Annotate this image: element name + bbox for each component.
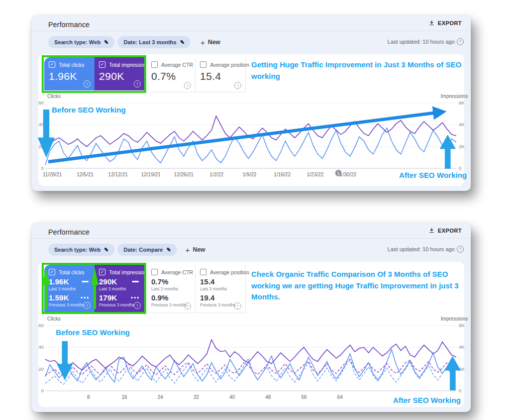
x-axis-label: 8	[87, 394, 90, 400]
chip-search-type[interactable]: Search type: Web ✎	[48, 36, 115, 48]
export-button[interactable]: EXPORT	[426, 19, 465, 27]
series-line	[45, 340, 456, 370]
plus-icon: +	[185, 246, 190, 254]
impressions-axis-label: Impressions	[441, 93, 468, 99]
page-title: Performance	[48, 21, 89, 29]
x-axis-label: 1/23/22	[307, 172, 324, 177]
export-button[interactable]: EXPORT	[426, 227, 465, 234]
period-label: Last 3 months	[200, 286, 241, 291]
metric-value: 19.4	[200, 293, 215, 302]
y-tick: 40	[34, 344, 44, 350]
x-axis-label: 12/5/21	[77, 172, 93, 177]
help-icon[interactable]	[234, 82, 241, 89]
after-seo-label: After SEO Working	[358, 396, 461, 404]
pencil-icon: ✎	[104, 39, 109, 46]
before-seo-label: Before SEO Working	[56, 328, 130, 337]
y-tick: 4K	[459, 122, 465, 127]
y-tick: 0	[459, 388, 461, 393]
y-tick: 40	[34, 122, 44, 127]
metric-label: Average CTR	[161, 62, 193, 68]
x-axis-label: 12/26/21	[174, 172, 193, 177]
checkbox-empty-icon[interactable]	[151, 269, 158, 275]
chip-label: Date: Last 3 months	[124, 39, 176, 45]
metric-value: 0.7%	[151, 70, 190, 82]
y-tick: 4K	[459, 344, 465, 350]
annotation-text: Getting Huge Traffic Improvement in Just…	[251, 59, 464, 82]
page: Performance EXPORT Search type: Web ✎ Da…	[0, 0, 507, 420]
chip-label: Date: Compare	[124, 247, 163, 253]
y-tick: 2K	[459, 144, 465, 149]
chip-label: Search type: Web	[54, 247, 100, 253]
help-icon[interactable]	[457, 38, 464, 45]
before-seo-label: Before SEO Working	[52, 106, 126, 114]
annotation-text: Check Organic Traffic Comparison Of 3 Mo…	[251, 269, 464, 303]
clicks-axis-label: Clicks	[47, 93, 61, 99]
metric-value: 15.4	[200, 70, 241, 82]
metric-card-average-ctr[interactable]: Average CTR 0.7% Last 3 months 0.9% Prev…	[147, 265, 195, 313]
help-icon[interactable]	[184, 82, 191, 89]
help-icon[interactable]	[234, 302, 241, 309]
after-seo-label: After SEO Working	[363, 171, 467, 179]
metric-label: Average position	[210, 62, 249, 68]
new-filter-button[interactable]: + New	[182, 244, 208, 256]
chip-search-type[interactable]: Search type: Web ✎	[48, 244, 115, 256]
y-tick: 0	[36, 388, 44, 393]
annotation-badge[interactable]: 1	[335, 170, 342, 176]
download-icon	[429, 227, 435, 234]
metric-label: Average position	[210, 269, 249, 275]
x-axis-label: 64	[337, 394, 343, 400]
divider	[32, 238, 471, 239]
y-tick: 60	[34, 323, 44, 328]
metric-value: 0.9%	[151, 293, 168, 302]
x-axis-label: 40	[229, 394, 235, 400]
page-title: Performance	[48, 228, 89, 236]
last-updated-text: Last updated: 10 hours ago	[387, 246, 464, 253]
help-icon[interactable]	[457, 246, 464, 253]
metric-card-average-position[interactable]: Average position 15.4 Last 3 months 19.4…	[195, 265, 246, 313]
checkbox-empty-icon[interactable]	[151, 61, 158, 68]
impressions-axis-label: Impressions	[441, 316, 468, 322]
checkbox-empty-icon[interactable]	[200, 61, 207, 68]
period-label: Last 3 months	[151, 286, 190, 291]
y-tick: 6K	[459, 323, 465, 328]
metric-card-average-ctr[interactable]: Average CTR 0.7%	[147, 57, 195, 92]
x-axis-label: 12/19/21	[141, 172, 161, 177]
metric-value: 0.7%	[151, 277, 168, 286]
chip-label: Search type: Web	[54, 39, 100, 45]
chip-date[interactable]: Date: Last 3 months ✎	[118, 36, 190, 48]
metric-card-average-position[interactable]: Average position 15.4	[195, 57, 246, 92]
x-axis-label: 1/16/22	[274, 172, 290, 177]
last-updated-text: Last updated: 10 hours ago	[387, 38, 464, 45]
x-axis-label: 11/28/21	[43, 172, 62, 177]
chip-date[interactable]: Date: Compare ✎	[118, 244, 177, 256]
new-label: New	[208, 39, 221, 46]
clicks-axis-label: Clicks	[47, 316, 61, 322]
export-label: EXPORT	[438, 228, 462, 234]
x-axis-label: 1/9/22	[242, 172, 256, 177]
trend-arrow	[48, 112, 441, 162]
metric-value: 15.4	[200, 277, 215, 286]
y-tick: 20	[34, 366, 44, 372]
new-label: New	[193, 246, 206, 253]
x-axis-label: 1/30/22	[340, 172, 356, 177]
x-axis-label: 56	[301, 394, 307, 400]
pencil-icon: ✎	[104, 247, 109, 253]
x-axis-label: 12/12/21	[108, 172, 128, 177]
checkbox-empty-icon[interactable]	[200, 269, 207, 275]
x-axis-label: 1/2/22	[210, 172, 224, 177]
y-tick: 0	[36, 165, 44, 171]
divider	[32, 31, 471, 31]
plus-icon: +	[200, 39, 205, 46]
y-tick: 6K	[459, 100, 465, 106]
y-tick: 0	[459, 165, 461, 171]
performance-panel-bottom: Performance EXPORT Search type: Web ✎ Da…	[32, 223, 471, 412]
x-axis-label: 16	[122, 394, 127, 400]
download-icon	[429, 20, 435, 26]
y-tick: 60	[34, 100, 44, 106]
help-icon[interactable]	[184, 302, 191, 309]
new-filter-button[interactable]: + New	[197, 36, 223, 48]
green-highlight-box	[42, 55, 146, 93]
x-axis-label: 32	[193, 394, 199, 400]
series-line	[45, 350, 456, 382]
metric-label: Average CTR	[161, 269, 193, 275]
